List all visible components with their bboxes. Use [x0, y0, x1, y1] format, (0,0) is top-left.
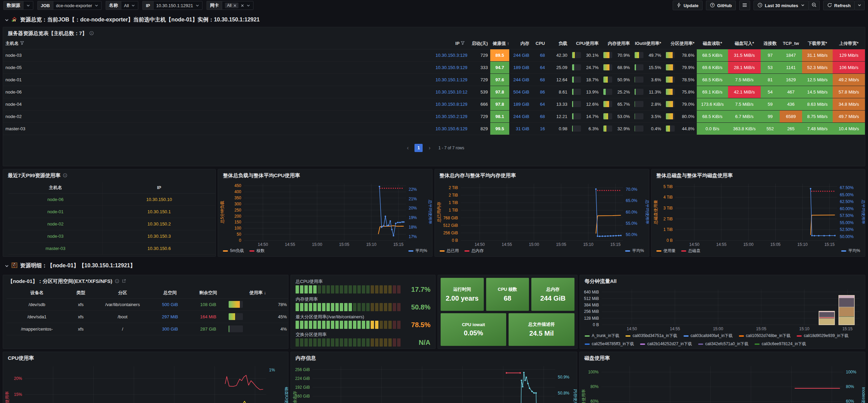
cell-cpu[interactable]: 68: [532, 49, 547, 61]
column-header-17[interactable]: 上传带宽*: [833, 38, 865, 49]
cell-ip[interactable]: 10.30.150.9:12921: [433, 61, 467, 73]
cell-hostname[interactable]: node-01: [3, 73, 433, 86]
cell-hostname[interactable]: master-03: [3, 122, 433, 135]
cell-total-space[interactable]: 500 GiB: [151, 298, 189, 310]
external-link-icon[interactable]: [122, 279, 126, 284]
variable-value-dropdown[interactable]: All: [222, 1, 253, 10]
page-1-button[interactable]: 1: [414, 144, 423, 152]
column-header-2[interactable]: IP: [433, 38, 467, 49]
partition-column-header[interactable]: 类型: [67, 287, 94, 298]
cell-ip[interactable]: 10.30.150.8:12921: [433, 98, 467, 110]
column-header-9[interactable]: 内存使用率: [601, 38, 632, 49]
zoom-out-button[interactable]: [809, 1, 820, 10]
column-header-14[interactable]: 连接数: [761, 38, 780, 49]
load-cpu-chart[interactable]: 14:5014:5515:0015:0515:1015:150501001502…: [218, 180, 432, 248]
cell-hostname[interactable]: node-03: [3, 49, 433, 61]
next-page-button[interactable]: ›: [425, 144, 433, 152]
refresh-button[interactable]: Refresh: [823, 1, 855, 10]
p99-ip[interactable]: 10.30.150.1: [103, 205, 215, 218]
p99-column-header[interactable]: 主机名: [8, 182, 103, 193]
cell-cpu[interactable]: 68: [532, 73, 547, 86]
cell-cpu[interactable]: 16: [532, 122, 547, 135]
p99-column-header[interactable]: IP: [103, 182, 215, 193]
legend-item[interactable]: 平均%: [841, 248, 860, 254]
column-header-10[interactable]: IOutil使用率*: [632, 38, 663, 49]
partition-title[interactable]: 【node-01】：分区可用空间(EXT.*/XFS/NFS): [8, 278, 112, 285]
cell-memory[interactable]: 244 GiB: [509, 110, 532, 122]
p99-ip[interactable]: 10.30.150.6: [103, 242, 215, 254]
partition-column-header[interactable]: 总空间: [151, 287, 189, 298]
cell-memory[interactable]: 244 GiB: [509, 73, 532, 86]
column-header-4[interactable]: 健康值 ↑: [490, 38, 509, 49]
p99-ip[interactable]: 10.30.150.3: [103, 230, 215, 242]
legend-item[interactable]: cali18d9029e939_in下载: [797, 333, 848, 339]
column-header-8[interactable]: CPU使用率: [570, 38, 601, 49]
traffic-chart[interactable]: 14:5014:5515:0015:0515:1015:150 B128 MiB…: [580, 286, 865, 332]
section-overview[interactable]: 资源总览：当前JOB【：dce-node-exporter】当前选中主机【nod…: [0, 11, 868, 26]
variable-value-dropdown[interactable]: [23, 1, 33, 10]
cell-hostname[interactable]: node-06: [3, 86, 433, 98]
cell-hostname[interactable]: node-04: [3, 98, 433, 110]
legend-item[interactable]: cali10502d748be_in下载: [739, 333, 791, 339]
partition-column-header[interactable]: 使用率 ↓: [227, 287, 288, 298]
server-table-title[interactable]: 服务器资源总览表【主机总数：7】: [8, 30, 87, 37]
legend-item[interactable]: cali035bd34751a_in下载: [625, 333, 677, 339]
p99-hostname[interactable]: master-03: [8, 242, 103, 254]
legend-item[interactable]: 平均%: [625, 248, 644, 254]
legend-item[interactable]: 5m负载: [223, 248, 244, 254]
p99-title[interactable]: 最近7天P99资源使用率: [8, 172, 60, 179]
cell-ip[interactable]: 10.30.150.2:12921: [433, 110, 467, 122]
column-header-16[interactable]: 下载带宽*: [802, 38, 833, 49]
disk-chart[interactable]: 14:5014:5515:0015:0515:1015:150 B1 TiB2 …: [652, 180, 865, 248]
cell-cpu[interactable]: 64: [532, 98, 547, 110]
p99-hostname[interactable]: node-02: [8, 218, 103, 230]
partition-column-header[interactable]: 剩余空间: [189, 287, 227, 298]
cell-memory[interactable]: 504 GiB: [509, 86, 532, 98]
p99-ip[interactable]: 10.30.150.10: [103, 193, 215, 205]
cell-total-space[interactable]: 297 MiB: [151, 310, 189, 323]
legend-item[interactable]: 使用量: [656, 248, 676, 254]
legend-item[interactable]: 总已用: [440, 248, 459, 254]
info-icon[interactable]: i: [89, 31, 94, 36]
legend-item[interactable]: 总磁盘: [681, 248, 701, 254]
column-header-6[interactable]: CPU: [532, 38, 547, 49]
column-header-12[interactable]: 磁盘读取*: [697, 38, 728, 49]
prev-page-button[interactable]: ‹: [404, 144, 412, 152]
cell-memory[interactable]: 31 GiB: [509, 122, 532, 135]
github-button[interactable]: ? GitHub: [706, 1, 736, 10]
cell-hostname[interactable]: node-02: [3, 110, 433, 122]
p99-hostname[interactable]: node-01: [8, 205, 103, 218]
partition-column-header[interactable]: 设备名: [6, 287, 67, 298]
p99-ip[interactable]: 10.30.150.2: [103, 218, 215, 230]
column-header-7[interactable]: 负载: [547, 38, 570, 49]
cell-cpu[interactable]: 68: [532, 110, 547, 122]
column-header-15[interactable]: TCP_tw: [780, 38, 802, 49]
cell-ip[interactable]: 10.30.150.6:12921: [433, 122, 467, 135]
cell-cpu[interactable]: 64: [532, 61, 547, 73]
legend-item[interactable]: cali25e46785ff3_in下载: [585, 341, 634, 347]
clear-icon[interactable]: [241, 3, 244, 8]
cpu-detail-chart[interactable]: 14:5014:5515:0015:0515:1015:1520%15%10%5…: [3, 363, 288, 403]
refresh-interval-dropdown[interactable]: [855, 1, 865, 10]
cell-hostname[interactable]: node-05: [3, 61, 433, 73]
cpu-detail-title[interactable]: CPU使用率: [8, 355, 34, 362]
traffic-title[interactable]: 每分钟流量All: [585, 278, 617, 285]
memory-chart[interactable]: 14:5014:5515:0015:0515:1015:150 B256 GiB…: [435, 180, 649, 248]
time-range-picker[interactable]: Last 30 minutes: [754, 1, 809, 10]
variable-tag[interactable]: All: [225, 3, 238, 8]
column-header-1[interactable]: 主机名: [3, 38, 433, 49]
cell-total-space[interactable]: 300 GiB: [151, 323, 189, 335]
p99-hostname[interactable]: node-03: [8, 230, 103, 242]
update-button[interactable]: Update: [673, 1, 703, 10]
p99-hostname[interactable]: node-06: [8, 193, 103, 205]
cell-ip[interactable]: 10.30.150.1:12921: [433, 73, 467, 86]
legend-item[interactable]: 核数: [249, 248, 265, 254]
cell-ip[interactable]: 10.30.150.3:12921: [433, 49, 467, 61]
column-header-5[interactable]: 内存: [509, 38, 532, 49]
cell-memory[interactable]: 244 GiB: [509, 49, 532, 61]
partition-column-header[interactable]: 分区: [94, 287, 151, 298]
mem-detail-title[interactable]: 内存信息: [296, 355, 316, 362]
load-cpu-chart-title[interactable]: 整体总负载与整体平均CPU使用率: [223, 172, 300, 179]
variable-value-dropdown[interactable]: 10.30.150.1:12921: [153, 1, 202, 10]
legend-item[interactable]: cali342efc571a0_in下载: [698, 341, 748, 347]
